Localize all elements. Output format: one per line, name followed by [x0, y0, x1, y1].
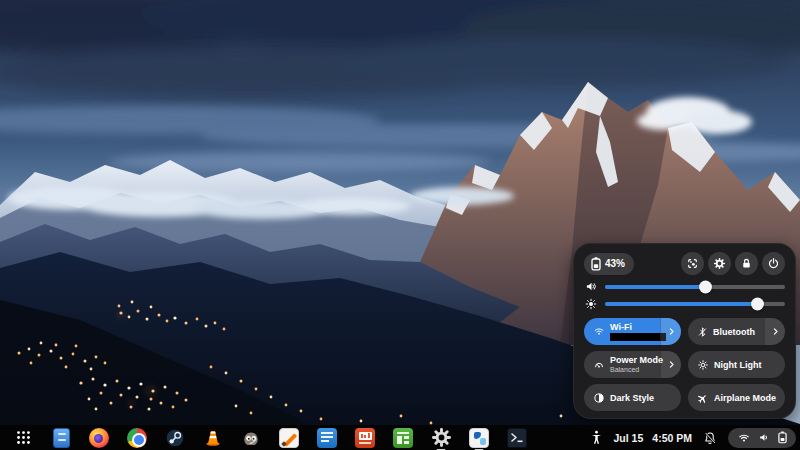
files-icon — [53, 428, 70, 448]
airplane-icon — [697, 392, 709, 404]
wifi-ssid-redacted — [610, 333, 666, 341]
desktop[interactable]: 43% — [0, 0, 800, 450]
wifi-icon — [593, 326, 605, 337]
power-mode-sublabel: Balanced — [610, 366, 663, 374]
settings-button[interactable] — [708, 252, 731, 275]
volume-knob[interactable] — [699, 280, 712, 293]
gear-icon — [431, 427, 452, 448]
gimp-icon — [241, 428, 261, 448]
wifi-expand-arrow[interactable] — [660, 318, 681, 345]
impress-launcher[interactable] — [354, 427, 376, 449]
accessibility-menu[interactable] — [590, 430, 603, 445]
screenshot-button[interactable] — [681, 252, 704, 275]
quick-settings-panel: 43% — [573, 243, 796, 419]
battery-percent-label: 43% — [605, 258, 625, 269]
chevron-right-icon — [667, 327, 676, 336]
brightness-track[interactable] — [605, 302, 785, 306]
bluetooth-disabled-icon — [697, 326, 708, 338]
app-menu-button[interactable] — [12, 427, 34, 449]
dark-style-toggle[interactable]: Dark Style — [584, 384, 681, 411]
impress-icon — [355, 428, 375, 448]
battery-icon — [778, 431, 787, 444]
clock-menu[interactable]: Jul 15 4:50 PM — [614, 432, 692, 444]
power-icon — [767, 257, 780, 270]
wifi-toggle[interactable]: Wi-Fi — [584, 318, 681, 345]
software-icon — [469, 428, 489, 448]
dark-style-label: Dark Style — [610, 393, 654, 403]
system-status-menu[interactable] — [728, 428, 796, 448]
night-light-icon — [697, 359, 709, 371]
terminal-icon — [507, 428, 527, 448]
gear-icon — [713, 257, 726, 270]
writer-launcher[interactable] — [316, 427, 338, 449]
power-profile-icon — [593, 359, 605, 371]
wifi-icon — [737, 432, 751, 444]
taskbar: Jul 15 4:50 PM — [0, 425, 800, 450]
volume-slider[interactable] — [584, 280, 785, 293]
libreoffice-launcher[interactable] — [278, 427, 300, 449]
battery-icon — [591, 257, 601, 271]
lock-screen-button[interactable] — [735, 252, 758, 275]
vlc-icon — [203, 428, 223, 448]
volume-icon — [758, 431, 771, 444]
libreoffice-icon — [279, 428, 299, 448]
calc-icon — [393, 428, 413, 448]
software-launcher[interactable] — [468, 427, 490, 449]
app-grid-icon — [15, 429, 32, 446]
bluetooth-toggle[interactable]: Bluetooth — [688, 318, 785, 345]
village-lights — [0, 0, 2, 2]
airplane-mode-label: Airplane Mode — [714, 393, 776, 403]
battery-percentage-button[interactable]: 43% — [584, 253, 634, 275]
lock-icon — [740, 257, 753, 270]
brightness-icon — [584, 298, 598, 310]
chevron-right-icon — [667, 360, 676, 369]
steam-launcher[interactable] — [164, 427, 186, 449]
wifi-label: Wi-Fi — [610, 322, 666, 332]
files-launcher[interactable] — [50, 427, 72, 449]
accessibility-icon — [590, 430, 603, 445]
volume-track[interactable] — [605, 285, 785, 289]
chrome-icon — [127, 428, 147, 448]
bluetooth-expand-arrow[interactable] — [764, 318, 785, 345]
power-mode-expand-arrow[interactable] — [660, 351, 681, 378]
date-label: Jul 15 — [614, 432, 644, 444]
chrome-launcher[interactable] — [126, 427, 148, 449]
firefox-launcher[interactable] — [88, 427, 110, 449]
writer-icon — [317, 428, 337, 448]
night-light-label: Night Light — [714, 360, 761, 370]
brightness-knob[interactable] — [751, 298, 764, 311]
power-off-button[interactable] — [762, 252, 785, 275]
settings-launcher[interactable] — [430, 427, 452, 449]
firefox-icon — [89, 428, 109, 448]
calc-launcher[interactable] — [392, 427, 414, 449]
chevron-right-icon — [771, 327, 780, 336]
notifications-off-icon — [703, 431, 717, 445]
vlc-launcher[interactable] — [202, 427, 224, 449]
power-mode-label: Power Mode — [610, 355, 663, 365]
power-mode-toggle[interactable]: Power Mode Balanced — [584, 351, 681, 378]
dark-style-icon — [593, 392, 605, 404]
night-light-toggle[interactable]: Night Light — [688, 351, 785, 378]
time-label: 4:50 PM — [652, 432, 692, 444]
bluetooth-label: Bluetooth — [713, 327, 755, 337]
terminal-launcher[interactable] — [506, 427, 528, 449]
brightness-slider[interactable] — [584, 298, 785, 310]
speaker-icon — [584, 280, 598, 293]
gimp-launcher[interactable] — [240, 427, 262, 449]
notifications-menu[interactable] — [703, 431, 717, 445]
steam-icon — [165, 428, 185, 448]
airplane-mode-toggle[interactable]: Airplane Mode — [688, 384, 785, 411]
screenshot-icon — [686, 257, 699, 270]
